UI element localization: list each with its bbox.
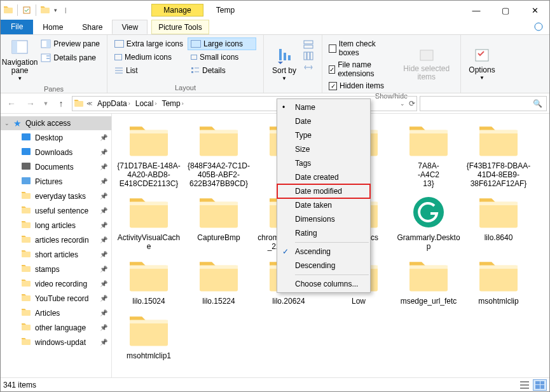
menu-item[interactable]: Type: [277, 128, 370, 142]
nav-item[interactable]: articles recordin📌: [1, 233, 111, 247]
file-item[interactable]: lilo.15024: [114, 255, 183, 308]
nav-item[interactable]: video recording📌: [1, 276, 111, 291]
nav-item[interactable]: Pictures📌: [1, 174, 111, 189]
filename-ext-toggle[interactable]: ✓File name extensions: [326, 60, 394, 79]
qat-dropdown[interactable]: ▾: [52, 7, 60, 13]
tab-share[interactable]: Share: [72, 20, 112, 34]
maximize-button[interactable]: ▢: [491, 1, 520, 20]
history-dropdown[interactable]: ▼: [41, 95, 50, 112]
menu-item[interactable]: •Name: [277, 100, 370, 114]
file-item[interactable]: msedge_url_fetc: [394, 255, 463, 308]
nav-quick-access[interactable]: ⌄ ★ Quick access: [1, 116, 111, 130]
nav-item[interactable]: Desktop📌: [1, 130, 111, 145]
tab-view[interactable]: View: [112, 20, 148, 34]
nav-item[interactable]: Documents📌: [1, 159, 111, 174]
file-label: Low: [352, 297, 366, 306]
svg-rect-21: [288, 55, 291, 60]
file-item[interactable]: {F43B17F8-DBAA-41D4-8EB9-38F612AF12AF}: [464, 120, 533, 189]
file-label: {848F34A2-7C1D-405B-ABF2-622B347BB9CD}: [186, 162, 252, 188]
view-large-icons-button[interactable]: [533, 379, 547, 391]
file-item[interactable]: CaptureBmp: [184, 192, 253, 253]
nav-item[interactable]: YouTube record📌: [1, 291, 111, 306]
refresh-button[interactable]: ⟳: [409, 99, 415, 108]
context-tool-picture[interactable]: Picture Tools: [151, 20, 209, 34]
svg-rect-3: [24, 7, 30, 13]
item-checkboxes-toggle[interactable]: Item check boxes: [326, 39, 394, 58]
menu-item[interactable]: Dimensions: [277, 212, 370, 226]
folder-icon: [21, 161, 31, 172]
qat-item[interactable]: [40, 5, 50, 15]
search-box[interactable]: 🔍: [420, 96, 547, 111]
close-button[interactable]: ✕: [520, 1, 549, 20]
nav-item[interactable]: useful sentence📌: [1, 203, 111, 218]
hide-selected-button[interactable]: Hide selected items: [396, 37, 457, 91]
menu-item[interactable]: Tags: [277, 156, 370, 170]
nav-item[interactable]: other language📌: [1, 320, 111, 335]
file-item[interactable]: lilo.8640: [464, 192, 533, 253]
context-tab-manage[interactable]: Manage: [151, 4, 203, 17]
preview-pane-button[interactable]: Preview pane: [38, 37, 103, 50]
address-dropdown[interactable]: ⌄: [400, 100, 405, 107]
file-item[interactable]: lilo.15224: [184, 255, 253, 308]
nav-item[interactable]: short articles📌: [1, 247, 111, 262]
nav-item[interactable]: stamps📌: [1, 262, 111, 276]
file-item[interactable]: {71D17BAE-148A-4A20-ABD8-E418CDE2113C}: [114, 120, 183, 189]
menu-item[interactable]: Descending: [277, 259, 370, 273]
menu-item[interactable]: Date modified: [277, 184, 370, 198]
nav-item[interactable]: long articles📌: [1, 218, 111, 233]
size-columns-icon[interactable]: [303, 63, 313, 72]
svg-rect-20: [284, 53, 286, 60]
options-button[interactable]: Options ▼: [465, 37, 499, 90]
menu-item[interactable]: Date created: [277, 170, 370, 184]
nav-item[interactable]: windows-updat📌: [1, 335, 111, 349]
nav-label: everyday tasks: [35, 192, 86, 201]
up-button[interactable]: ↑: [53, 95, 69, 112]
details-pane-button[interactable]: Details pane: [38, 51, 103, 64]
menu-item[interactable]: Date: [277, 114, 370, 128]
menu-item[interactable]: Date taken: [277, 198, 370, 212]
file-label: lilo.15224: [202, 297, 235, 306]
hidden-items-toggle[interactable]: ✓Hidden items: [326, 81, 394, 91]
forward-button[interactable]: →: [22, 95, 39, 112]
minimize-button[interactable]: —: [462, 1, 491, 20]
menu-item[interactable]: Size: [277, 142, 370, 156]
layout-details[interactable]: Details: [188, 64, 256, 77]
file-item[interactable]: ActivityVisualCache: [114, 192, 183, 253]
menu-item[interactable]: ✓Ascending: [277, 245, 370, 259]
back-button[interactable]: ←: [3, 95, 20, 112]
svg-rect-27: [420, 50, 433, 60]
menu-item[interactable]: Rating: [277, 226, 370, 240]
breadcrumb[interactable]: Temp›: [159, 99, 186, 108]
folder-icon: [124, 121, 174, 159]
file-item[interactable]: 7A8A- -A4C2 13}: [394, 120, 463, 189]
label: Navigation pane: [2, 58, 38, 75]
nav-item[interactable]: everyday tasks📌: [1, 189, 111, 203]
file-item[interactable]: {848F34A2-7C1D-405B-ABF2-622B347BB9CD}: [184, 120, 253, 189]
file-item[interactable]: Grammarly.Desktop: [394, 192, 463, 253]
tab-home[interactable]: Home: [33, 20, 72, 34]
sort-by-button[interactable]: Sort by ▼: [268, 37, 301, 90]
layout-medium[interactable]: Medium icons: [111, 51, 186, 64]
folder-icon: [21, 176, 31, 187]
group-by-icon[interactable]: [303, 40, 313, 49]
layout-small[interactable]: Small icons: [188, 51, 256, 64]
navigation-pane-button[interactable]: Navigation pane ▼: [4, 37, 35, 84]
breadcrumb[interactable]: Local›: [133, 99, 160, 108]
add-columns-icon[interactable]: [303, 51, 313, 60]
layout-list[interactable]: List: [111, 64, 186, 77]
nav-item[interactable]: Downloads📌: [1, 145, 111, 159]
file-label: lilo.15024: [132, 297, 165, 306]
nav-item[interactable]: Articles📌: [1, 306, 111, 320]
view-details-button[interactable]: [518, 379, 532, 391]
qat-item[interactable]: [22, 5, 32, 15]
file-item[interactable]: msohtmlclip: [464, 255, 533, 308]
layout-large[interactable]: Large icons: [188, 37, 256, 50]
layout-extra-large[interactable]: Extra large icons: [111, 37, 186, 50]
pin-icon: 📌: [100, 309, 107, 316]
pin-icon: 📌: [100, 266, 107, 273]
file-item[interactable]: msohtmlclip1: [114, 310, 183, 362]
tab-file[interactable]: File: [1, 20, 33, 34]
breadcrumb[interactable]: AppData›: [95, 99, 133, 108]
help-button[interactable]: [528, 20, 549, 34]
menu-item-choose-columns[interactable]: Choose columns...: [277, 277, 370, 291]
